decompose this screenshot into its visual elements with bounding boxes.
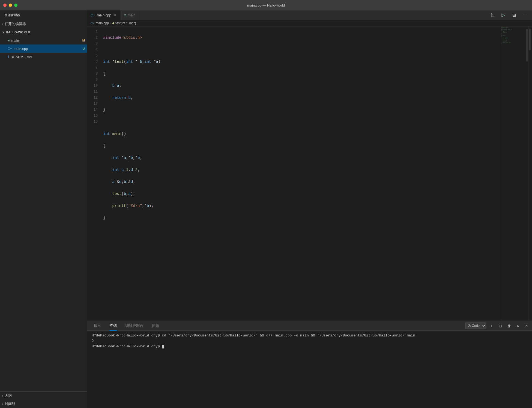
title-bar: main.cpp — Hallo-world (0, 0, 532, 10)
code-line-1: #include<stdio.h> (103, 35, 501, 41)
terminal-cursor (162, 345, 164, 348)
code-line-4: { (103, 71, 501, 77)
main-cpp-file-badge: U (83, 47, 85, 50)
chevron-down-icon: ∨ (2, 31, 4, 34)
sidebar-outline[interactable]: › 大纲 (0, 392, 87, 400)
cpp-file-icon: C+ (8, 47, 12, 51)
code-editor[interactable]: 12345 678910 1112131415 16 #include<stdi… (87, 26, 501, 321)
sidebar-item-main[interactable]: ≡ main M (0, 36, 87, 45)
code-line-13: a=&c;b=&d; (103, 179, 501, 185)
terminal-line-1: HYdeMacBook-Pro:Hallo-world dhy$ cd "/Us… (92, 333, 528, 338)
tab-main-label: main (128, 13, 135, 17)
minimap-content: #include<stdio.h> int *test(int * b,int … (501, 26, 528, 44)
breadcrumb-cpp-icon: C+ (91, 22, 94, 25)
layout-button[interactable]: ⊞ (510, 11, 518, 19)
split-editor-button[interactable]: ⇅ (488, 11, 496, 19)
line-numbers: 12345 678910 1112131415 16 (87, 26, 101, 321)
open-editors-label: 打开的编辑器 (5, 22, 26, 26)
code-line-14: test(b,a); (103, 191, 501, 197)
code-line-16: } (103, 215, 501, 221)
split-terminal-button[interactable]: ⊟ (497, 323, 504, 329)
tab-cpp-icon: C+ (91, 13, 95, 17)
maximize-panel-button[interactable]: ∧ (515, 323, 521, 329)
terminal-line-3: HYdeMacBook-Pro:Hallo-world dhy$ (92, 344, 528, 349)
breadcrumb-file[interactable]: main.cpp (95, 21, 109, 25)
tab-close-btn[interactable]: × (113, 13, 117, 17)
sidebar-item-readme[interactable]: ℹ README.md (0, 53, 87, 61)
readme-file-icon: ℹ (8, 55, 9, 59)
minimap-slider[interactable] (526, 29, 528, 61)
code-line-8 (103, 119, 501, 125)
problems-tab-label: 问题 (152, 323, 159, 328)
editor-area: C+ main.cpp × ≡ main ⇅ ▷ ⊞ ··· C+ main.c… (87, 10, 532, 408)
window-title: main.cpp — Hallo-world (247, 3, 285, 7)
tab-bar: C+ main.cpp × ≡ main ⇅ ▷ ⊞ ··· (87, 10, 532, 20)
tab-output[interactable]: 输出 (89, 321, 105, 331)
delete-terminal-button[interactable]: 🗑 (506, 323, 512, 329)
maximize-traffic-light[interactable] (14, 4, 17, 7)
terminal-line-2: 2 (92, 338, 528, 344)
code-line-9: int main() (103, 131, 501, 137)
breadcrumb: C+ main.cpp › ◆ test(int *, int *) (87, 20, 532, 26)
output-tab-label: 输出 (94, 323, 101, 328)
tab-main-icon: ≡ (124, 13, 126, 17)
main-cpp-file-label: main.cpp (14, 47, 28, 51)
terminal-instance-select[interactable]: 2: Code 1: bash 3: zsh (465, 323, 486, 329)
terminal-tab-right: 2: Code 1: bash 3: zsh + ⊟ 🗑 ∧ × (465, 323, 530, 329)
main-file-badge: M (82, 39, 85, 42)
terminal-panel: 输出 终端 调试控制台 问题 2: Code 1: bash 3: zsh (87, 321, 532, 408)
code-line-7: } (103, 107, 501, 113)
code-line-6: return b; (103, 95, 501, 101)
more-actions-button[interactable]: ··· (521, 11, 529, 19)
tab-problems[interactable]: 问题 (148, 321, 163, 331)
code-line-12: int c=1,d=2; (103, 167, 501, 173)
terminal-tab-bar: 输出 终端 调试控制台 问题 2: Code 1: bash 3: zsh (87, 321, 532, 331)
tab-main[interactable]: ≡ main (121, 10, 139, 20)
code-line-10: { (103, 143, 501, 149)
outline-label: 大纲 (5, 393, 12, 398)
tab-debug-console[interactable]: 调试控制台 (121, 321, 148, 331)
run-button[interactable]: ▷ (499, 11, 507, 19)
sidebar: 资源管理器 › 打开的编辑器 ∨ HALLO-WORLD ≡ main M C+… (0, 10, 87, 408)
timeline-label: 时间线 (5, 401, 15, 406)
new-terminal-button[interactable]: + (488, 323, 495, 329)
tab-terminal[interactable]: 终端 (105, 321, 121, 331)
main-file-icon: ≡ (8, 39, 10, 43)
traffic-lights (3, 4, 17, 7)
sidebar-item-main-cpp[interactable]: C+ main.cpp U (0, 45, 87, 53)
breadcrumb-sep1: › (110, 21, 111, 25)
vertical-scrollbar[interactable] (528, 26, 532, 321)
minimize-traffic-light[interactable] (9, 4, 12, 7)
main-file-label: main (11, 39, 19, 43)
close-panel-button[interactable]: × (523, 323, 530, 329)
sidebar-open-editors[interactable]: › 打开的编辑器 (0, 20, 87, 28)
project-name: HALLO-WORLD (6, 31, 30, 34)
sidebar-timeline[interactable]: › 时间线 (0, 400, 87, 408)
tab-main-cpp-label: main.cpp (97, 13, 111, 17)
sidebar-project-header[interactable]: ∨ HALLO-WORLD (0, 28, 87, 36)
code-line-3: int *test(int * b,int *a) (103, 59, 501, 65)
code-line-5: b=a; (103, 83, 501, 89)
code-line-15: printf("%d\n",*b); (103, 203, 501, 209)
close-traffic-light[interactable] (3, 4, 7, 7)
minimap: #include<stdio.h> int *test(int * b,int … (501, 26, 528, 321)
code-editor-container: 12345 678910 1112131415 16 #include<stdi… (87, 26, 532, 321)
breadcrumb-symbol-icon: ◆ (112, 21, 114, 25)
breadcrumb-symbol[interactable]: test(int *, int *) (115, 21, 136, 25)
main-layout: 资源管理器 › 打开的编辑器 ∨ HALLO-WORLD ≡ main M C+… (0, 10, 532, 408)
code-line-2 (103, 47, 501, 53)
sidebar-header: 资源管理器 (0, 10, 87, 20)
outline-chevron-icon: › (2, 394, 3, 397)
terminal-content[interactable]: HYdeMacBook-Pro:Hallo-world dhy$ cd "/Us… (87, 331, 532, 408)
code-line-11: int *a,*b,*e; (103, 155, 501, 161)
terminal-tab-label: 终端 (110, 323, 117, 328)
code-content[interactable]: #include<stdio.h> int *test(int * b,int … (101, 26, 501, 321)
sidebar-bottom: › 大纲 › 时间线 (0, 391, 87, 408)
chevron-right-icon: › (2, 23, 3, 26)
scrollbar-thumb (529, 29, 531, 51)
tab-main-cpp[interactable]: C+ main.cpp × (87, 10, 121, 20)
readme-file-label: README.md (11, 55, 32, 59)
debug-console-tab-label: 调试控制台 (125, 323, 143, 328)
tab-bar-right: ⇅ ▷ ⊞ ··· (488, 11, 532, 19)
timeline-chevron-icon: › (2, 403, 3, 406)
